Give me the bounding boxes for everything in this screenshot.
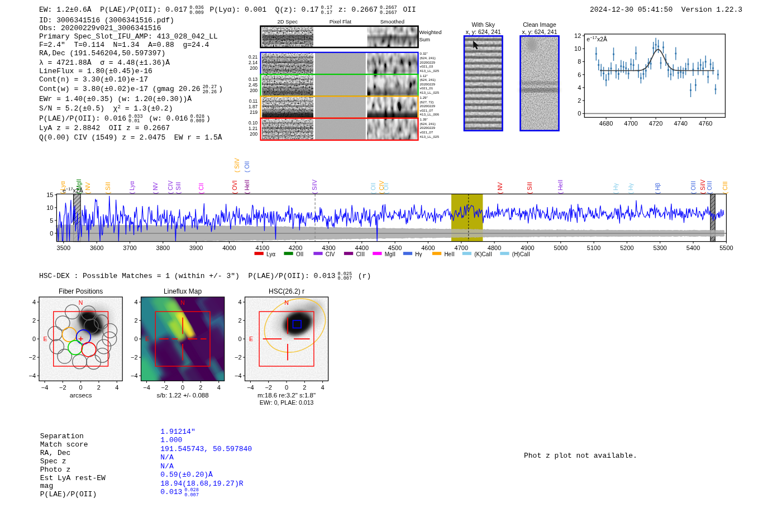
svg-text:( Lyα: ( Lyα — [128, 181, 135, 194]
svg-text:20200229: 20200229 — [420, 104, 436, 108]
svg-text:0: 0 — [134, 336, 137, 342]
svg-text:Hγ: Hγ — [415, 251, 422, 257]
svg-text:219: 219 — [250, 110, 258, 115]
svg-text:−2: −2 — [59, 384, 66, 391]
svg-text:( SiII: ( SiII — [104, 182, 111, 194]
svg-text:( NV: ( NV — [497, 183, 503, 194]
svg-text:0.32": 0.32" — [420, 51, 428, 55]
svg-text:( OVI: ( OVI — [231, 180, 238, 194]
svg-text:0: 0 — [32, 336, 36, 342]
svg-text:HeII: HeII — [444, 251, 454, 257]
svg-text:N: N — [180, 299, 185, 306]
svg-text:s/b: 1.22 +/- 0.088: s/b: 1.22 +/- 0.088 — [157, 392, 209, 399]
svg-text:CIII: CIII — [356, 251, 365, 257]
svg-text:Lyα: Lyα — [266, 251, 275, 257]
svg-text:v021_03: v021_03 — [420, 64, 433, 68]
svg-text:413_LL_025: 413_LL_025 — [420, 90, 440, 94]
svg-text:0: 0 — [50, 230, 53, 237]
svg-text:4: 4 — [578, 84, 581, 91]
svg-text:−4: −4 — [28, 372, 36, 379]
svg-text:v021_07: v021_07 — [420, 130, 433, 134]
svg-text:2: 2 — [134, 317, 137, 324]
svg-text:−2: −2 — [28, 354, 36, 361]
svg-text:( CIV: ( CIV — [167, 181, 174, 194]
svg-text:(K)CaII: (K)CaII — [474, 251, 492, 257]
svg-text:0: 0 — [238, 336, 241, 342]
svg-text:( Hγ: ( Hγ — [627, 183, 634, 194]
svg-text:10: 10 — [574, 45, 581, 52]
svg-text:4: 4 — [32, 299, 36, 305]
svg-text:( HeII: ( HeII — [557, 180, 564, 194]
svg-text:( CIII: ( CIII — [722, 181, 728, 194]
svg-text:EWr: 0, PLAE: 0.013: EWr: 0, PLAE: 0.013 — [260, 399, 314, 406]
svg-text:413_LL_025: 413_LL_025 — [420, 69, 440, 73]
svg-text:( SiIV: ( SiIV — [699, 180, 706, 194]
svg-text:1.39": 1.39" — [420, 117, 428, 121]
svg-text:Clean Image: Clean Image — [523, 21, 556, 28]
svg-text:4: 4 — [134, 299, 137, 305]
svg-text:−2: −2 — [161, 384, 169, 391]
svg-text:(624, 241): (624, 241) — [420, 78, 436, 82]
svg-text:−4: −4 — [247, 384, 254, 391]
svg-text:4800: 4800 — [488, 245, 501, 251]
svg-text:( SiIV: ( SiIV — [311, 180, 318, 194]
svg-text:12: 12 — [574, 32, 581, 39]
svg-text:200: 200 — [250, 88, 258, 93]
svg-text:0.13: 0.13 — [249, 77, 258, 82]
svg-text:−4: −4 — [235, 372, 242, 379]
svg-text:4740: 4740 — [674, 120, 687, 127]
svg-text:4200: 4200 — [289, 245, 302, 251]
svg-text:0.21: 0.21 — [249, 55, 258, 60]
svg-text:(627, 72): (627, 72) — [420, 100, 434, 104]
svg-text:5200: 5200 — [620, 245, 633, 251]
svg-text:4700: 4700 — [455, 245, 468, 251]
svg-text:5500: 5500 — [719, 245, 733, 251]
svg-text:3500: 3500 — [57, 245, 70, 251]
svg-text:( OIII: ( OIII — [690, 181, 697, 194]
svg-text:2: 2 — [303, 384, 306, 391]
svg-text:2: 2 — [578, 97, 581, 104]
svg-text:2.45: 2.45 — [249, 83, 258, 88]
svg-text:413_LL_025: 413_LL_025 — [420, 135, 440, 138]
svg-text:5300: 5300 — [653, 245, 666, 251]
svg-text:5100: 5100 — [587, 245, 600, 251]
svg-text:( Hβ: ( Hβ — [654, 183, 661, 194]
svg-text:−4: −4 — [41, 384, 49, 391]
svg-text:Sum: Sum — [419, 36, 431, 42]
svg-text:( SiII: ( SiII — [175, 182, 182, 194]
svg-text:( Hγ: ( Hγ — [612, 183, 619, 194]
svg-text:With Sky: With Sky — [472, 21, 495, 28]
svg-text:10: 10 — [46, 204, 53, 211]
svg-text:15: 15 — [46, 191, 53, 198]
svg-text:CIV: CIV — [326, 251, 335, 257]
svg-text:( NV: ( NV — [84, 183, 91, 194]
svg-text:2: 2 — [97, 384, 101, 391]
svg-text:4720: 4720 — [649, 120, 662, 127]
svg-text:OII: OII — [296, 251, 303, 257]
svg-text:Lineflux Map: Lineflux Map — [164, 287, 202, 295]
svg-text:HSC(26.2) r: HSC(26.2) r — [269, 287, 304, 295]
svg-text:(H)CaII: (H)CaII — [512, 251, 530, 257]
svg-text:0.10: 0.10 — [249, 121, 258, 126]
svg-text:( SiIV: ( SiIV — [233, 158, 240, 172]
svg-text:4300: 4300 — [322, 245, 335, 251]
svg-text:20200229: 20200229 — [420, 60, 436, 64]
svg-text:2: 2 — [238, 317, 241, 324]
svg-text:Weighted: Weighted — [419, 29, 442, 35]
svg-text:4600: 4600 — [421, 245, 435, 251]
svg-text:200: 200 — [250, 66, 258, 71]
svg-text:1.29": 1.29" — [420, 95, 428, 99]
svg-text:4500: 4500 — [388, 245, 402, 251]
svg-text:3900: 3900 — [189, 245, 203, 251]
svg-text:−2: −2 — [265, 384, 272, 391]
svg-text:( OII: ( OII — [370, 183, 376, 194]
svg-text:4000: 4000 — [222, 245, 236, 251]
svg-text:0: 0 — [181, 384, 184, 391]
svg-text:0: 0 — [578, 110, 581, 117]
svg-text:3800: 3800 — [156, 245, 170, 251]
svg-text:4700: 4700 — [624, 120, 637, 127]
svg-text:4900: 4900 — [521, 245, 534, 251]
svg-text:v021_01: v021_01 — [420, 86, 433, 90]
svg-text:0.11: 0.11 — [249, 99, 258, 104]
svg-text:4: 4 — [238, 299, 241, 305]
